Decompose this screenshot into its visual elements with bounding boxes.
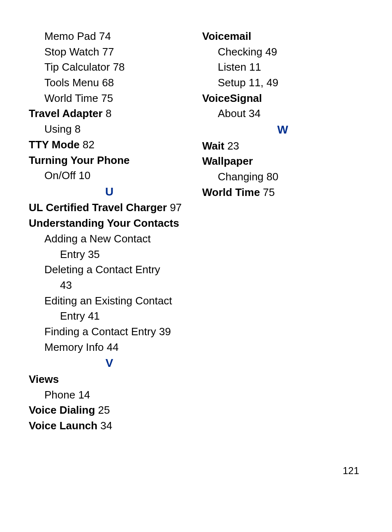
index-term: About: [218, 107, 246, 120]
index-entry-sub1: Memory Info 44: [29, 340, 190, 355]
index-entry-top: Voice Launch 34: [29, 418, 190, 434]
index-page-ref: 77: [99, 46, 114, 58]
index-entry-sub1: Listen 11: [202, 60, 363, 75]
index-page-ref: 75: [260, 186, 275, 198]
index-term: Memory Info: [44, 341, 104, 353]
index-page-ref: 43: [60, 279, 72, 291]
index-entry-sub1: Editing an Existing Contact: [29, 293, 190, 309]
index-entry-sub1: Stop Watch 77: [29, 44, 190, 60]
index-page-ref: 75: [98, 92, 113, 104]
index-entry-sub1: World Time 75: [29, 91, 190, 106]
index-entry-sub1: Using 8: [29, 122, 190, 137]
index-entry-top: Voicemail: [202, 29, 363, 44]
index-term: Voice Launch: [29, 419, 97, 432]
index-page-ref: 23: [224, 140, 239, 152]
index-term: Phone: [44, 389, 75, 401]
index-term: Memo Pad: [44, 30, 96, 42]
index-page-ref: 8: [71, 123, 81, 135]
index-page-ref: 11: [246, 61, 261, 73]
index-page-ref: 49: [262, 46, 277, 58]
index-entry-top: World Time 75: [202, 185, 363, 200]
index-term: Tip Calculator: [44, 61, 110, 73]
index-term: Editing an Existing Contact: [44, 295, 172, 307]
index-term: Turning Your Phone: [29, 154, 130, 166]
index-term: Listen: [218, 61, 246, 73]
index-page-ref: 97: [167, 201, 182, 214]
index-entry-top: Voice Dialing 25: [29, 403, 190, 418]
index-page-ref: 68: [99, 76, 114, 89]
index-term: Setup: [218, 76, 246, 89]
index-entry-sub1: On/Off 10: [29, 168, 190, 184]
index-page-ref: 11, 49: [246, 76, 279, 89]
index-page-ref: 8: [103, 107, 112, 120]
index-term: Travel Adapter: [29, 107, 103, 120]
index-term: Understanding Your Contacts: [29, 217, 179, 229]
index-page-ref: 34: [97, 419, 112, 432]
index-page-ref: 10: [76, 169, 90, 182]
index-term: Wait: [202, 140, 224, 152]
index-term: Checking: [218, 46, 262, 58]
index-term: Using: [44, 123, 71, 135]
index-entry-sub1: Adding a New Contact: [29, 231, 190, 247]
index-entry-sub1: Changing 80: [202, 169, 363, 185]
index-page-ref: 25: [95, 404, 110, 416]
index-term: UL Certified Travel Charger: [29, 201, 167, 214]
index-page-ref: 35: [85, 248, 100, 260]
index-term: Finding a Contact Entry: [44, 325, 156, 338]
index-entry-sub1: About 34: [202, 106, 363, 122]
index-entry-top: Views: [29, 372, 190, 387]
index-page-ref: 41: [85, 310, 100, 322]
index-term: World Time: [44, 92, 98, 104]
index-term: Entry: [60, 248, 85, 260]
index-term: Deleting a Contact Entry: [44, 263, 160, 276]
page-number: 121: [343, 465, 359, 477]
index-entry-top: Travel Adapter 8: [29, 106, 190, 122]
index-page-ref: 14: [75, 389, 90, 401]
index-term: Stop Watch: [44, 46, 99, 58]
index-entry-sub1: Tip Calculator 78: [29, 60, 190, 75]
index-page-ref: 39: [156, 325, 171, 338]
index-term: Voice Dialing: [29, 404, 95, 416]
index-entry-sub1: Deleting a Contact Entry: [29, 262, 190, 278]
index-term: Changing: [218, 170, 263, 183]
index-term: Tools Menu: [44, 76, 99, 89]
section-letter: U: [29, 184, 190, 200]
index-entry-sub1: Memo Pad 74: [29, 29, 190, 44]
index-term: World Time: [202, 186, 260, 198]
index-entry-sub1: Finding a Contact Entry 39: [29, 324, 190, 340]
section-letter: W: [202, 122, 363, 138]
index-entry-sub1: Checking 49: [202, 44, 363, 60]
index-term: VoiceSignal: [202, 92, 262, 104]
index-term: Adding a New Contact: [44, 233, 151, 245]
index-term: Wallpaper: [202, 155, 253, 167]
index-term: Voicemail: [202, 30, 251, 42]
index-term: TTY Mode: [29, 138, 80, 151]
index-term: On/Off: [44, 169, 76, 182]
index-entry-top: Turning Your Phone: [29, 153, 190, 168]
index-page-ref: 80: [263, 170, 278, 183]
index-term: Views: [29, 373, 59, 385]
index-page-ref: 74: [96, 30, 111, 42]
index-entry-sub2: Entry 41: [29, 309, 190, 324]
index-column-left: Memo Pad 74Stop Watch 77Tip Calculator 7…: [29, 29, 190, 434]
index-entry-top: Wait 23: [202, 138, 363, 154]
index-page-ref: 78: [110, 61, 125, 73]
section-letter: V: [29, 355, 190, 372]
index-page-ref: 82: [80, 138, 95, 151]
index-entry-top: VoiceSignal: [202, 91, 363, 106]
index-term: Entry: [60, 310, 85, 322]
index-page-ref: 34: [246, 107, 261, 120]
index-entry-sub1: Phone 14: [29, 387, 190, 403]
index-entry-top: Understanding Your Contacts: [29, 216, 190, 231]
index-page-ref: 44: [104, 341, 119, 353]
index-page: Memo Pad 74Stop Watch 77Tip Calculator 7…: [0, 0, 392, 434]
index-entry-top: UL Certified Travel Charger 97: [29, 200, 190, 216]
index-entry-top: TTY Mode 82: [29, 137, 190, 153]
index-column-right: VoicemailChecking 49Listen 11Setup 11, 4…: [202, 29, 363, 434]
index-entry-top: Wallpaper: [202, 154, 363, 169]
index-entry-sub2: Entry 35: [29, 247, 190, 263]
index-entry-sub1: Tools Menu 68: [29, 75, 190, 91]
index-entry-sub2: 43: [29, 278, 190, 293]
index-entry-sub1: Setup 11, 49: [202, 75, 363, 91]
